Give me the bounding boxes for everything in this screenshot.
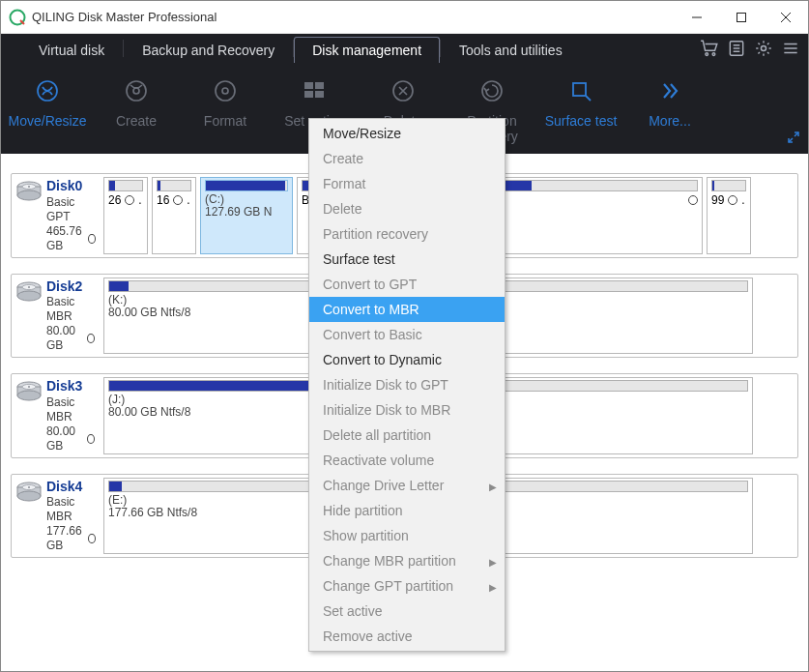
partition-size: 16 [157, 193, 169, 207]
hard-disk-icon [15, 280, 43, 304]
status-indicator-icon [173, 195, 183, 205]
format-icon [212, 74, 239, 107]
gear-icon[interactable] [754, 39, 773, 58]
partition[interactable]: 16. [152, 177, 196, 254]
svg-rect-12 [315, 82, 324, 89]
partition[interactable]: (C:)127.69 GB N [200, 177, 293, 254]
disk-name: Disk3 [46, 378, 95, 395]
menu-item-label: Convert to Dynamic [323, 352, 442, 367]
menu-item-reactivate-volume: Reactivate volume [309, 448, 505, 473]
svg-rect-14 [315, 91, 324, 98]
status-indicator-icon [688, 195, 698, 205]
menu-item-label: Remove active [323, 628, 413, 644]
menu-item-label: Change GPT partition [323, 578, 453, 594]
menu-item-hide-partition: Hide partition [309, 498, 505, 523]
svg-point-25 [17, 291, 41, 301]
disk-type: Basic MBR [46, 295, 95, 324]
menu-item-convert-to-gpt: Convert to GPT [309, 272, 505, 297]
menu-item-change-gpt-partition: Change GPT partition▶ [309, 573, 505, 599]
disk-name: Disk4 [46, 479, 96, 496]
menu-item-change-drive-letter: Change Drive Letter▶ [309, 473, 505, 498]
toolbar-label: Move/Resize [9, 113, 87, 129]
svg-point-32 [28, 386, 30, 388]
status-indicator-icon [125, 195, 134, 205]
disk-size: 177.66 GB [46, 524, 84, 553]
menu-item-delete: Delete [309, 196, 505, 221]
disk-size: 465.76 GB [46, 224, 84, 253]
status-indicator-icon [87, 334, 95, 343]
app-logo-icon [9, 9, 26, 26]
svg-point-8 [133, 88, 139, 94]
status-indicator-icon [88, 534, 95, 543]
move-icon [34, 74, 61, 107]
svg-rect-1 [737, 13, 746, 21]
list-icon[interactable] [727, 39, 746, 58]
menu-item-partition-recovery: Partition recovery [309, 221, 505, 247]
svg-point-2 [706, 53, 708, 56]
disk-label: Disk4Basic MBR177.66 GB [12, 475, 101, 558]
menu-item-surface-test[interactable]: Surface test [309, 247, 505, 272]
submenu-arrow-icon: ▶ [489, 557, 497, 568]
partition[interactable]: 26. [103, 177, 148, 254]
partition-context-menu[interactable]: Move/ResizeCreateFormatDeletePartition r… [308, 118, 506, 652]
svg-point-20 [17, 190, 41, 200]
svg-point-30 [17, 391, 41, 400]
disk-name: Disk2 [46, 278, 95, 296]
menu-item-label: Delete [323, 201, 361, 217]
close-button[interactable] [764, 1, 808, 33]
minimize-button[interactable] [675, 1, 719, 33]
create-icon [123, 74, 150, 107]
partition[interactable]: 99. [707, 177, 751, 254]
hard-disk-icon [15, 481, 43, 504]
hard-disk-icon [15, 380, 43, 403]
main-tabs: Virtual disk Backup and Recovery Disk ma… [1, 34, 808, 63]
window-title: QILING Disk Master Professional [32, 10, 217, 24]
tab-backup-recovery[interactable]: Backup and Recovery [124, 37, 293, 63]
scan-icon [567, 74, 594, 107]
menu-item-set-active: Set active [309, 599, 505, 624]
menu-item-label: Hide partition [323, 503, 403, 518]
menu-item-label: Move/Resize [323, 126, 401, 141]
menu-icon[interactable] [781, 39, 800, 58]
disk-size: 80.00 GB [46, 424, 83, 453]
svg-point-35 [17, 491, 41, 501]
disk-label: Disk2Basic MBR80.00 GB [12, 275, 101, 358]
menu-item-delete-all-partition: Delete all partition [309, 423, 505, 448]
tab-virtual-disk[interactable]: Virtual disk [20, 37, 123, 63]
toolbar-format[interactable]: Format [181, 71, 270, 129]
svg-point-9 [216, 81, 235, 101]
menu-item-label: Format [323, 176, 365, 191]
menu-item-convert-to-dynamic[interactable]: Convert to Dynamic [309, 347, 505, 372]
recover-icon [478, 74, 506, 107]
tab-tools-utilities[interactable]: Tools and utilities [441, 37, 581, 63]
menu-item-convert-to-basic: Convert to Basic [309, 322, 505, 347]
disk-type: Basic MBR [46, 395, 95, 424]
menu-item-create: Create [309, 146, 505, 171]
toolbar-create[interactable]: Create [92, 71, 181, 129]
cart-icon[interactable] [700, 39, 719, 58]
submenu-arrow-icon: ▶ [489, 482, 497, 492]
menu-item-label: Set active [323, 603, 382, 619]
disk-size: 80.00 GB [46, 324, 83, 353]
svg-point-37 [28, 486, 30, 488]
svg-rect-17 [573, 83, 586, 96]
menu-item-label: Create [323, 151, 363, 166]
partition-size: 99 [711, 193, 724, 207]
svg-point-3 [712, 53, 715, 56]
status-indicator-icon [728, 195, 737, 205]
svg-point-7 [127, 81, 146, 101]
svg-point-10 [222, 88, 228, 94]
menu-item-label: Change Drive Letter [323, 478, 444, 493]
toolbar-surface-test[interactable]: Surface test [536, 71, 625, 129]
menu-item-label: Partition recovery [323, 226, 428, 242]
menu-item-show-partition: Show partition [309, 523, 505, 548]
toolbar-more-[interactable]: More... [625, 71, 714, 129]
toolbar-move-resize[interactable]: Move/Resize [3, 71, 92, 129]
menu-item-move-resize[interactable]: Move/Resize [309, 121, 505, 146]
hard-disk-icon [15, 180, 43, 203]
window-buttons [675, 1, 808, 33]
maximize-button[interactable] [719, 1, 764, 33]
tab-disk-management[interactable]: Disk management [294, 37, 440, 63]
menu-item-change-mbr-partition: Change MBR partition▶ [309, 548, 505, 573]
expand-icon[interactable] [787, 131, 800, 148]
